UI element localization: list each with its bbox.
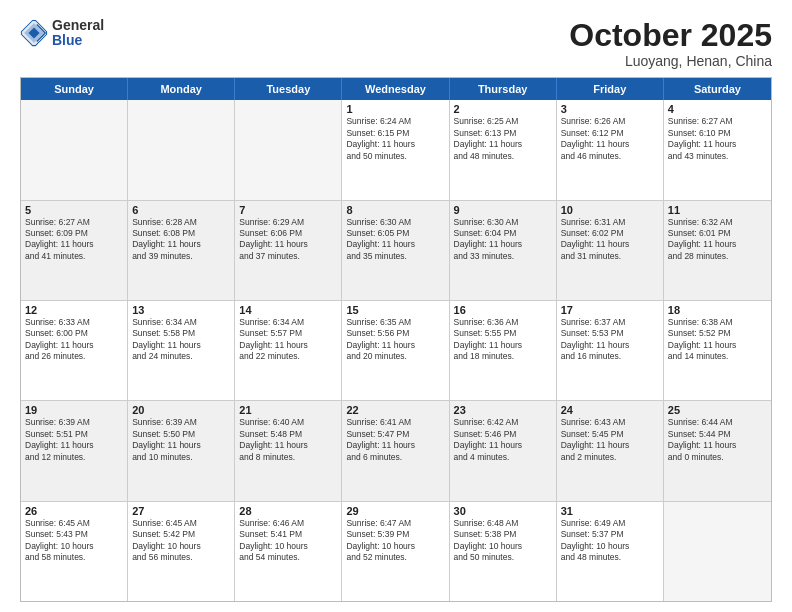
cell-details: Sunrise: 6:30 AMSunset: 6:05 PMDaylight:…: [346, 217, 444, 263]
day-number: 6: [132, 204, 230, 216]
calendar-cell: 1Sunrise: 6:24 AMSunset: 6:15 PMDaylight…: [342, 100, 449, 199]
day-number: 18: [668, 304, 767, 316]
day-number: 13: [132, 304, 230, 316]
calendar-cell: 6Sunrise: 6:28 AMSunset: 6:08 PMDaylight…: [128, 201, 235, 300]
calendar-cell: 23Sunrise: 6:42 AMSunset: 5:46 PMDayligh…: [450, 401, 557, 500]
header-day-tuesday: Tuesday: [235, 78, 342, 100]
calendar-cell: 15Sunrise: 6:35 AMSunset: 5:56 PMDayligh…: [342, 301, 449, 400]
header-day-monday: Monday: [128, 78, 235, 100]
header-day-wednesday: Wednesday: [342, 78, 449, 100]
day-number: 14: [239, 304, 337, 316]
header-day-friday: Friday: [557, 78, 664, 100]
calendar-cell: 18Sunrise: 6:38 AMSunset: 5:52 PMDayligh…: [664, 301, 771, 400]
logo-blue: Blue: [52, 33, 104, 48]
day-number: 17: [561, 304, 659, 316]
day-number: 29: [346, 505, 444, 517]
calendar-row-0: 1Sunrise: 6:24 AMSunset: 6:15 PMDaylight…: [21, 100, 771, 199]
calendar-cell: 14Sunrise: 6:34 AMSunset: 5:57 PMDayligh…: [235, 301, 342, 400]
calendar-row-3: 19Sunrise: 6:39 AMSunset: 5:51 PMDayligh…: [21, 400, 771, 500]
calendar-cell: 5Sunrise: 6:27 AMSunset: 6:09 PMDaylight…: [21, 201, 128, 300]
calendar-row-4: 26Sunrise: 6:45 AMSunset: 5:43 PMDayligh…: [21, 501, 771, 601]
cell-details: Sunrise: 6:34 AMSunset: 5:57 PMDaylight:…: [239, 317, 337, 363]
calendar-row-1: 5Sunrise: 6:27 AMSunset: 6:09 PMDaylight…: [21, 200, 771, 300]
logo-icon: [20, 19, 48, 47]
day-number: 23: [454, 404, 552, 416]
location-subtitle: Luoyang, Henan, China: [569, 53, 772, 69]
cell-details: Sunrise: 6:25 AMSunset: 6:13 PMDaylight:…: [454, 116, 552, 162]
calendar-cell: 22Sunrise: 6:41 AMSunset: 5:47 PMDayligh…: [342, 401, 449, 500]
logo-text: General Blue: [52, 18, 104, 49]
cell-details: Sunrise: 6:31 AMSunset: 6:02 PMDaylight:…: [561, 217, 659, 263]
calendar-cell: [128, 100, 235, 199]
cell-details: Sunrise: 6:24 AMSunset: 6:15 PMDaylight:…: [346, 116, 444, 162]
cell-details: Sunrise: 6:45 AMSunset: 5:43 PMDaylight:…: [25, 518, 123, 564]
calendar-cell: 26Sunrise: 6:45 AMSunset: 5:43 PMDayligh…: [21, 502, 128, 601]
calendar-cell: 27Sunrise: 6:45 AMSunset: 5:42 PMDayligh…: [128, 502, 235, 601]
calendar-cell: 21Sunrise: 6:40 AMSunset: 5:48 PMDayligh…: [235, 401, 342, 500]
day-number: 26: [25, 505, 123, 517]
cell-details: Sunrise: 6:34 AMSunset: 5:58 PMDaylight:…: [132, 317, 230, 363]
day-number: 11: [668, 204, 767, 216]
calendar-cell: 16Sunrise: 6:36 AMSunset: 5:55 PMDayligh…: [450, 301, 557, 400]
cell-details: Sunrise: 6:41 AMSunset: 5:47 PMDaylight:…: [346, 417, 444, 463]
cell-details: Sunrise: 6:38 AMSunset: 5:52 PMDaylight:…: [668, 317, 767, 363]
day-number: 28: [239, 505, 337, 517]
cell-details: Sunrise: 6:33 AMSunset: 6:00 PMDaylight:…: [25, 317, 123, 363]
cell-details: Sunrise: 6:44 AMSunset: 5:44 PMDaylight:…: [668, 417, 767, 463]
title-block: October 2025 Luoyang, Henan, China: [569, 18, 772, 69]
day-number: 31: [561, 505, 659, 517]
day-number: 10: [561, 204, 659, 216]
day-number: 15: [346, 304, 444, 316]
day-number: 8: [346, 204, 444, 216]
cell-details: Sunrise: 6:29 AMSunset: 6:06 PMDaylight:…: [239, 217, 337, 263]
day-number: 5: [25, 204, 123, 216]
day-number: 25: [668, 404, 767, 416]
day-number: 12: [25, 304, 123, 316]
cell-details: Sunrise: 6:27 AMSunset: 6:10 PMDaylight:…: [668, 116, 767, 162]
cell-details: Sunrise: 6:32 AMSunset: 6:01 PMDaylight:…: [668, 217, 767, 263]
cell-details: Sunrise: 6:43 AMSunset: 5:45 PMDaylight:…: [561, 417, 659, 463]
header-day-sunday: Sunday: [21, 78, 128, 100]
cell-details: Sunrise: 6:45 AMSunset: 5:42 PMDaylight:…: [132, 518, 230, 564]
calendar-cell: 9Sunrise: 6:30 AMSunset: 6:04 PMDaylight…: [450, 201, 557, 300]
cell-details: Sunrise: 6:40 AMSunset: 5:48 PMDaylight:…: [239, 417, 337, 463]
day-number: 16: [454, 304, 552, 316]
calendar-cell: 10Sunrise: 6:31 AMSunset: 6:02 PMDayligh…: [557, 201, 664, 300]
calendar-cell: 28Sunrise: 6:46 AMSunset: 5:41 PMDayligh…: [235, 502, 342, 601]
day-number: 7: [239, 204, 337, 216]
logo-general: General: [52, 18, 104, 33]
calendar-cell: 29Sunrise: 6:47 AMSunset: 5:39 PMDayligh…: [342, 502, 449, 601]
day-number: 9: [454, 204, 552, 216]
day-number: 22: [346, 404, 444, 416]
cell-details: Sunrise: 6:36 AMSunset: 5:55 PMDaylight:…: [454, 317, 552, 363]
cell-details: Sunrise: 6:42 AMSunset: 5:46 PMDaylight:…: [454, 417, 552, 463]
page-header: General Blue October 2025 Luoyang, Henan…: [20, 18, 772, 69]
calendar-row-2: 12Sunrise: 6:33 AMSunset: 6:00 PMDayligh…: [21, 300, 771, 400]
calendar-header-row: SundayMondayTuesdayWednesdayThursdayFrid…: [21, 78, 771, 100]
day-number: 20: [132, 404, 230, 416]
cell-details: Sunrise: 6:48 AMSunset: 5:38 PMDaylight:…: [454, 518, 552, 564]
calendar-cell: 3Sunrise: 6:26 AMSunset: 6:12 PMDaylight…: [557, 100, 664, 199]
day-number: 19: [25, 404, 123, 416]
calendar-cell: 31Sunrise: 6:49 AMSunset: 5:37 PMDayligh…: [557, 502, 664, 601]
calendar: SundayMondayTuesdayWednesdayThursdayFrid…: [20, 77, 772, 602]
header-day-thursday: Thursday: [450, 78, 557, 100]
header-day-saturday: Saturday: [664, 78, 771, 100]
calendar-cell: 19Sunrise: 6:39 AMSunset: 5:51 PMDayligh…: [21, 401, 128, 500]
day-number: 24: [561, 404, 659, 416]
day-number: 27: [132, 505, 230, 517]
calendar-cell: 11Sunrise: 6:32 AMSunset: 6:01 PMDayligh…: [664, 201, 771, 300]
cell-details: Sunrise: 6:27 AMSunset: 6:09 PMDaylight:…: [25, 217, 123, 263]
calendar-cell: 7Sunrise: 6:29 AMSunset: 6:06 PMDaylight…: [235, 201, 342, 300]
month-title: October 2025: [569, 18, 772, 53]
calendar-cell: [21, 100, 128, 199]
calendar-body: 1Sunrise: 6:24 AMSunset: 6:15 PMDaylight…: [21, 100, 771, 601]
calendar-cell: 4Sunrise: 6:27 AMSunset: 6:10 PMDaylight…: [664, 100, 771, 199]
calendar-cell: [664, 502, 771, 601]
day-number: 2: [454, 103, 552, 115]
calendar-cell: 2Sunrise: 6:25 AMSunset: 6:13 PMDaylight…: [450, 100, 557, 199]
cell-details: Sunrise: 6:30 AMSunset: 6:04 PMDaylight:…: [454, 217, 552, 263]
cell-details: Sunrise: 6:49 AMSunset: 5:37 PMDaylight:…: [561, 518, 659, 564]
cell-details: Sunrise: 6:39 AMSunset: 5:50 PMDaylight:…: [132, 417, 230, 463]
logo: General Blue: [20, 18, 104, 49]
